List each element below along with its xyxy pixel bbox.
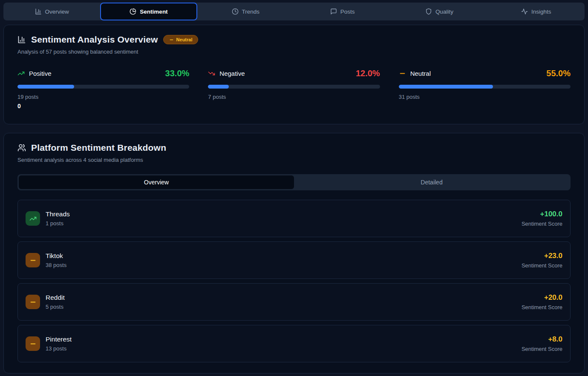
metric-negative: Negative 12.0% 7 posts <box>208 69 380 109</box>
neutral-progress-bar <box>399 85 571 89</box>
platform-posts-count: 5 posts <box>46 304 522 310</box>
platform-row-reddit: Reddit 5 posts +20.0 Sentiment Score <box>17 283 571 321</box>
card-subtitle: Analysis of 57 posts showing balanced se… <box>17 49 571 55</box>
minus-icon <box>169 37 174 42</box>
sentiment-score-label: Sentiment Score <box>522 304 562 310</box>
nav-tab-label: Overview <box>45 9 69 15</box>
metric-posts-count: 7 posts <box>208 94 380 100</box>
progress-fill <box>208 85 228 89</box>
nav-tab-sentiment[interactable]: Sentiment <box>100 3 197 20</box>
sentiment-score-label: Sentiment Score <box>522 221 562 227</box>
tab-detailed[interactable]: Detailed <box>294 175 569 189</box>
message-square-icon <box>330 8 337 15</box>
platform-name: Reddit <box>46 294 522 301</box>
metric-percent: 33.0% <box>165 69 190 78</box>
metric-percent: 12.0% <box>356 69 380 78</box>
nav-tab-posts[interactable]: Posts <box>294 3 391 20</box>
platform-posts-count: 13 posts <box>46 345 522 352</box>
neutral-status-badge: Neutral <box>163 35 199 44</box>
minus-icon <box>26 295 40 309</box>
nav-tab-label: Sentiment <box>140 9 167 15</box>
minus-icon <box>26 336 40 351</box>
sentiment-score-label: Sentiment Score <box>522 346 562 352</box>
platform-row-tiktok: Tiktok 38 posts +23.0 Sentiment Score <box>17 241 571 279</box>
metric-label: Neutral <box>410 70 431 77</box>
breakdown-tabbar: Overview Detailed <box>17 174 571 190</box>
nav-tab-quality[interactable]: Quality <box>391 3 487 20</box>
section-title: Platform Sentiment Breakdown <box>31 143 166 153</box>
sentiment-score-label: Sentiment Score <box>522 262 562 269</box>
trending-up-icon <box>26 211 40 226</box>
platform-row-pinterest: Pinterest 13 posts +8.0 Sentiment Score <box>17 325 571 362</box>
platform-name: Pinterest <box>46 336 522 343</box>
users-icon <box>17 144 26 152</box>
platform-posts-count: 1 posts <box>46 220 522 227</box>
negative-progress-bar <box>208 85 380 89</box>
platform-posts-count: 38 posts <box>46 262 522 268</box>
sentiment-metrics: Positive 33.0% 19 posts 0 Negative 12.0% <box>17 69 571 109</box>
nav-tab-label: Trends <box>242 9 260 15</box>
metric-extra-value <box>399 103 571 107</box>
tab-overview[interactable]: Overview <box>19 175 294 189</box>
nav-tab-label: Insights <box>531 9 551 15</box>
clock-icon <box>232 8 239 15</box>
sentiment-score-value: +23.0 <box>522 252 562 260</box>
nav-tab-trends[interactable]: Trends <box>197 3 294 20</box>
nav-tab-label: Posts <box>340 9 355 15</box>
activity-icon <box>521 8 528 15</box>
metric-label: Positive <box>29 70 52 77</box>
platform-row-threads: Threads 1 posts +100.0 Sentiment Score <box>17 200 571 237</box>
shield-icon <box>425 8 432 15</box>
bar-chart-icon <box>35 8 42 15</box>
nav-tab-overview[interactable]: Overview <box>3 3 100 20</box>
page-title: Sentiment Analysis Overview <box>31 34 158 45</box>
pie-chart-icon <box>130 8 136 15</box>
progress-fill <box>399 85 493 89</box>
sentiment-overview-card: Sentiment Analysis Overview Neutral Anal… <box>3 25 585 124</box>
platform-name: Threads <box>46 210 522 218</box>
positive-progress-bar <box>17 85 189 89</box>
minus-icon <box>399 70 406 77</box>
platform-name: Tiktok <box>46 252 522 260</box>
metric-percent: 55.0% <box>546 69 571 78</box>
sentiment-score-value: +8.0 <box>522 335 562 344</box>
trending-down-icon <box>208 70 215 77</box>
metric-label: Negative <box>219 70 245 77</box>
platform-breakdown-card: Platform Sentiment Breakdown Sentiment a… <box>3 133 585 373</box>
sentiment-score-value: +20.0 <box>522 293 562 302</box>
sentiment-score-value: +100.0 <box>522 210 562 218</box>
metric-posts-count: 19 posts <box>17 94 189 100</box>
badge-label: Neutral <box>176 37 193 42</box>
platform-list: Threads 1 posts +100.0 Sentiment Score T… <box>17 200 571 362</box>
metric-extra-value: 0 <box>17 103 189 109</box>
metric-extra-value <box>208 103 380 107</box>
metric-positive: Positive 33.0% 19 posts 0 <box>17 69 189 109</box>
bar-chart-icon <box>17 35 26 44</box>
nav-tab-label: Quality <box>435 9 453 15</box>
metric-posts-count: 31 posts <box>399 94 571 100</box>
card-subtitle: Sentiment analysis across 4 social media… <box>17 157 571 163</box>
minus-icon <box>26 253 40 267</box>
nav-tab-insights[interactable]: Insights <box>488 3 585 20</box>
top-nav: Overview Sentiment Trends Posts Quality … <box>3 3 585 20</box>
metric-neutral: Neutral 55.0% 31 posts <box>399 69 571 109</box>
progress-fill <box>17 85 74 89</box>
trending-up-icon <box>17 70 25 77</box>
